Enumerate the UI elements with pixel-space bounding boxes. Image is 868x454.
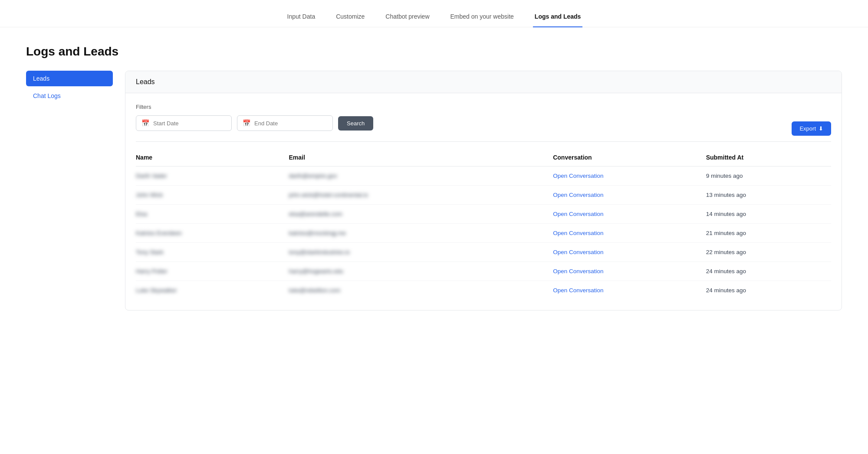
cell-name: Luke Skywalker <box>136 281 289 300</box>
open-conversation-link[interactable]: Open Conversation <box>553 230 603 236</box>
table-row: Tony Starktony@starkindustries.ioOpen Co… <box>136 243 831 262</box>
table-row: Katniss Everdeenkatniss@mockingj.meOpen … <box>136 224 831 243</box>
cell-conversation: Open Conversation <box>553 167 706 186</box>
cell-conversation: Open Conversation <box>553 205 706 224</box>
start-date-wrapper: 📅 <box>136 115 232 131</box>
end-date-input[interactable] <box>254 120 327 127</box>
table-row: Elsaelsa@arendelle.comOpen Conversation1… <box>136 205 831 224</box>
table-row: Luke Skywalkerluke@rebellion.comOpen Con… <box>136 281 831 300</box>
table-row: John Wickjohn.wick@hotel-continental.ioO… <box>136 186 831 205</box>
end-date-wrapper: 📅 <box>237 115 333 131</box>
cell-email: darth@empire.gov <box>289 167 553 186</box>
cell-name: John Wick <box>136 186 289 205</box>
cell-conversation: Open Conversation <box>553 243 706 262</box>
nav-item-customize[interactable]: Customize <box>334 8 366 27</box>
export-label: Export <box>799 125 816 132</box>
nav-item-logs-and-leads[interactable]: Logs and Leads <box>533 8 583 27</box>
top-nav: Input Data Customize Chatbot preview Emb… <box>0 0 868 27</box>
nav-item-input-data[interactable]: Input Data <box>286 8 317 27</box>
cell-conversation: Open Conversation <box>553 224 706 243</box>
nav-item-chatbot-preview[interactable]: Chatbot preview <box>384 8 431 27</box>
cell-name: Darth Vader <box>136 167 289 186</box>
cell-submitted-at: 24 minutes ago <box>706 262 831 281</box>
cell-submitted-at: 24 minutes ago <box>706 281 831 300</box>
open-conversation-link[interactable]: Open Conversation <box>553 287 603 294</box>
search-button[interactable]: Search <box>338 116 373 131</box>
cell-email: luke@rebellion.com <box>289 281 553 300</box>
open-conversation-link[interactable]: Open Conversation <box>553 173 603 179</box>
panel-header: Leads <box>125 71 842 93</box>
filters-actions: 📅 📅 Search Export ⬇ <box>136 115 831 141</box>
cell-email: tony@starkindustries.io <box>289 243 553 262</box>
cell-conversation: Open Conversation <box>553 281 706 300</box>
start-date-input[interactable] <box>153 120 226 127</box>
col-header-submitted-at: Submitted At <box>706 150 831 167</box>
cell-submitted-at: 22 minutes ago <box>706 243 831 262</box>
sidebar-item-chat-logs[interactable]: Chat Logs <box>26 88 113 104</box>
open-conversation-link[interactable]: Open Conversation <box>553 211 603 217</box>
table-row: Harry Potterharry@hogwarts.eduOpen Conve… <box>136 262 831 281</box>
content-layout: Leads Chat Logs Leads Filters 📅 <box>26 71 842 310</box>
leads-table: Name Email Conversation Submitted At <box>136 150 831 300</box>
download-icon: ⬇ <box>819 125 823 132</box>
cell-name: Katniss Everdeen <box>136 224 289 243</box>
col-header-email: Email <box>289 150 553 167</box>
cell-submitted-at: 21 minutes ago <box>706 224 831 243</box>
cell-email: john.wick@hotel-continental.io <box>289 186 553 205</box>
calendar-icon-start: 📅 <box>141 119 150 127</box>
cell-email: katniss@mockingj.me <box>289 224 553 243</box>
open-conversation-link[interactable]: Open Conversation <box>553 268 603 274</box>
filters-label: Filters <box>136 104 831 110</box>
cell-email: elsa@arendelle.com <box>289 205 553 224</box>
sidebar-item-leads[interactable]: Leads <box>26 71 113 86</box>
sidebar: Leads Chat Logs <box>26 71 113 105</box>
cell-name: Elsa <box>136 205 289 224</box>
cell-email: harry@hogwarts.edu <box>289 262 553 281</box>
panel-body: Filters 📅 📅 Search Exp <box>125 93 842 310</box>
cell-name: Harry Potter <box>136 262 289 281</box>
cell-conversation: Open Conversation <box>553 186 706 205</box>
table-header-row: Name Email Conversation Submitted At <box>136 150 831 167</box>
cell-submitted-at: 13 minutes ago <box>706 186 831 205</box>
open-conversation-link[interactable]: Open Conversation <box>553 249 603 255</box>
table-row: Darth Vaderdarth@empire.govOpen Conversa… <box>136 167 831 186</box>
col-header-name: Name <box>136 150 289 167</box>
cell-name: Tony Stark <box>136 243 289 262</box>
filters-row: 📅 📅 Search <box>136 115 373 131</box>
nav-item-embed[interactable]: Embed on your website <box>449 8 516 27</box>
main-panel: Leads Filters 📅 📅 Search <box>125 71 842 310</box>
open-conversation-link[interactable]: Open Conversation <box>553 192 603 198</box>
export-button[interactable]: Export ⬇ <box>792 121 831 136</box>
cell-conversation: Open Conversation <box>553 262 706 281</box>
page-title: Logs and Leads <box>26 45 842 59</box>
cell-submitted-at: 9 minutes ago <box>706 167 831 186</box>
col-header-conversation: Conversation <box>553 150 706 167</box>
calendar-icon-end: 📅 <box>243 119 251 127</box>
cell-submitted-at: 14 minutes ago <box>706 205 831 224</box>
panel-title: Leads <box>136 78 155 85</box>
page-content: Logs and Leads Leads Chat Logs Leads Fil… <box>0 27 868 328</box>
table-divider <box>136 141 831 142</box>
